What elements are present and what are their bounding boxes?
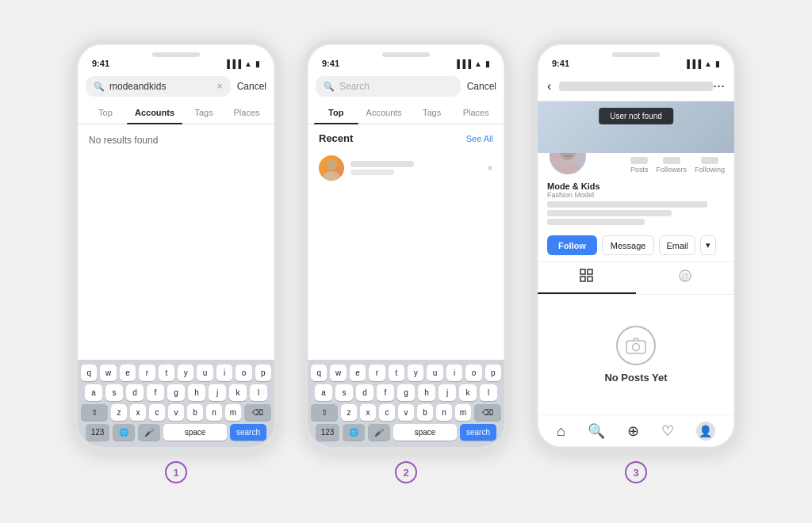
key-a[interactable]: a	[85, 384, 102, 401]
key-s[interactable]: s	[105, 384, 123, 401]
k2-q[interactable]: q	[311, 365, 327, 381]
key-t[interactable]: t	[159, 365, 174, 381]
k2-n[interactable]: n	[436, 404, 452, 421]
profile-tab-grid[interactable]	[538, 262, 636, 294]
k2-k[interactable]: k	[459, 384, 477, 401]
key-v[interactable]: v	[168, 404, 184, 421]
email-button[interactable]: Email	[659, 235, 695, 255]
k2-l[interactable]: l	[480, 384, 497, 401]
key-shift[interactable]: ⇧	[81, 404, 108, 421]
key-q[interactable]: q	[81, 365, 97, 381]
cancel-button-2[interactable]: Cancel	[467, 81, 496, 92]
key-u[interactable]: u	[197, 365, 213, 381]
tab-tags-2[interactable]: Tags	[410, 101, 454, 124]
k2-r[interactable]: r	[369, 365, 385, 381]
key-123[interactable]: 123	[86, 424, 109, 441]
nav-search[interactable]: 🔍	[588, 422, 605, 440]
k2-backspace[interactable]: ⌫	[474, 404, 501, 421]
k2-z[interactable]: z	[341, 404, 357, 421]
tab-places-1[interactable]: Places	[225, 101, 268, 124]
search-input-box-1[interactable]: 🔍 modeandkids ×	[86, 76, 231, 97]
key-x[interactable]: x	[130, 404, 146, 421]
k2-m[interactable]: m	[455, 404, 471, 421]
nav-heart[interactable]: ♡	[661, 422, 674, 440]
cancel-button-1[interactable]: Cancel	[237, 81, 266, 92]
k2-a[interactable]: a	[315, 384, 332, 401]
follow-button[interactable]: Follow	[547, 235, 597, 255]
k2-y[interactable]: y	[408, 365, 423, 381]
key-d[interactable]: d	[126, 384, 144, 401]
tab-accounts-1[interactable]: Accounts	[127, 101, 182, 124]
k2-space[interactable]: space	[393, 424, 457, 441]
k2-e[interactable]: e	[350, 365, 366, 381]
k2-shift[interactable]: ⇧	[311, 404, 338, 421]
key-n[interactable]: n	[206, 404, 222, 421]
k2-x[interactable]: x	[360, 404, 376, 421]
key-e[interactable]: e	[120, 365, 136, 381]
k2-globe[interactable]: 🌐	[343, 424, 365, 441]
key-l[interactable]: l	[250, 384, 267, 401]
svg-rect-6	[580, 269, 585, 274]
k2-h[interactable]: h	[418, 384, 435, 401]
k2-c[interactable]: c	[379, 404, 395, 421]
k2-d[interactable]: d	[356, 384, 373, 401]
tab-top-2[interactable]: Top	[314, 101, 358, 124]
chevron-button[interactable]: ▾	[700, 235, 716, 255]
battery-icon: ▮	[255, 59, 260, 68]
recent-close-1[interactable]: ×	[487, 162, 493, 174]
k2-v[interactable]: v	[398, 404, 414, 421]
no-posts-area: No Posts Yet	[538, 295, 734, 414]
message-button[interactable]: Message	[602, 235, 655, 255]
key-o[interactable]: o	[236, 365, 251, 381]
k2-123[interactable]: 123	[316, 424, 339, 441]
tab-places-2[interactable]: Places	[454, 101, 498, 124]
recent-title: Recent	[319, 132, 353, 144]
nav-home[interactable]: ⌂	[557, 423, 565, 440]
search-input-box-2[interactable]: 🔍 Search	[316, 76, 461, 97]
key-g[interactable]: g	[167, 384, 185, 401]
key-r[interactable]: r	[139, 365, 155, 381]
key-mic[interactable]: 🎤	[138, 424, 160, 441]
k2-u[interactable]: u	[427, 365, 442, 381]
k2-w[interactable]: w	[330, 365, 346, 381]
key-w[interactable]: w	[100, 365, 116, 381]
key-search[interactable]: search	[230, 424, 266, 441]
see-all[interactable]: See All	[466, 134, 493, 143]
k2-p[interactable]: p	[485, 365, 501, 381]
key-j[interactable]: j	[209, 384, 226, 401]
key-y[interactable]: y	[178, 365, 193, 381]
k2-t[interactable]: t	[389, 365, 404, 381]
key-m[interactable]: m	[225, 404, 241, 421]
key-space[interactable]: space	[163, 424, 227, 441]
tab-accounts-2[interactable]: Accounts	[358, 101, 410, 124]
tab-top-1[interactable]: Top	[84, 101, 127, 124]
key-z[interactable]: z	[111, 404, 127, 421]
key-globe[interactable]: 🌐	[113, 424, 135, 441]
key-backspace[interactable]: ⌫	[244, 404, 271, 421]
k2-o[interactable]: o	[465, 365, 481, 381]
key-c[interactable]: c	[149, 404, 165, 421]
key-f[interactable]: f	[147, 384, 164, 401]
key-p[interactable]: p	[255, 365, 271, 381]
key-k[interactable]: k	[229, 384, 247, 401]
svg-rect-8	[580, 277, 585, 281]
key-h[interactable]: h	[188, 384, 205, 401]
k2-mic[interactable]: 🎤	[368, 424, 390, 441]
nav-profile[interactable]: 👤	[696, 422, 715, 441]
more-button[interactable]: ···	[713, 78, 725, 94]
back-button[interactable]: ‹	[547, 79, 551, 94]
k2-search[interactable]: search	[460, 424, 496, 441]
k2-f[interactable]: f	[377, 384, 394, 401]
k2-b[interactable]: b	[417, 404, 433, 421]
nav-add[interactable]: ⊕	[627, 422, 639, 440]
clear-button[interactable]: ×	[217, 81, 223, 92]
k2-i[interactable]: i	[446, 365, 462, 381]
recent-item-1[interactable]: ×	[319, 151, 493, 185]
k2-s[interactable]: s	[335, 384, 353, 401]
key-b[interactable]: b	[187, 404, 203, 421]
key-i[interactable]: i	[216, 365, 232, 381]
k2-j[interactable]: j	[439, 384, 456, 401]
profile-tab-tagged[interactable]: @	[636, 262, 734, 294]
k2-g[interactable]: g	[397, 384, 415, 401]
tab-tags-1[interactable]: Tags	[182, 101, 225, 124]
